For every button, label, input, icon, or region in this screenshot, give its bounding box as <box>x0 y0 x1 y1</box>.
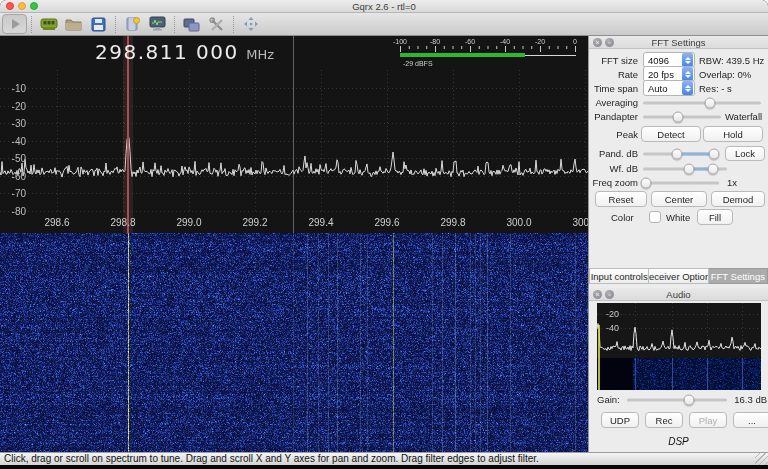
rate-stepper[interactable] <box>682 67 693 81</box>
freq-tick-label: 300.0 <box>506 217 531 228</box>
audio-fft-display[interactable]: -20 -40 <box>597 303 761 390</box>
reset-button[interactable]: Reset <box>595 191 647 207</box>
fft-size-label: FFT size <box>591 55 638 66</box>
fft-settings-dock-header[interactable]: × ▫ FFT Settings <box>589 36 768 49</box>
rate-value: 20 fps <box>644 69 682 80</box>
rec-button[interactable]: Rec <box>645 412 683 428</box>
dsp-options-button[interactable] <box>145 14 170 34</box>
fullscreen-button[interactable] <box>238 14 263 34</box>
color-label: Color <box>611 212 634 223</box>
slider-knob[interactable] <box>707 164 718 175</box>
slider-knob[interactable] <box>641 178 652 189</box>
pand-db-label: Pand. dB <box>591 148 638 159</box>
gain-label: Gain: <box>597 394 620 405</box>
audio-fft-canvas[interactable] <box>597 303 761 390</box>
audio-dock-header[interactable]: × ▫ Audio <box>589 288 768 301</box>
averaging-slider[interactable] <box>643 96 761 110</box>
fft-settings-dock-title: FFT Settings <box>589 37 768 48</box>
meter-tick-label: -20 <box>535 38 545 45</box>
meter-tick-label: -100 <box>393 38 407 45</box>
waterfall-db-range-slider[interactable] <box>643 162 727 176</box>
dbfs-readout: -29 dBFS <box>403 60 433 67</box>
udp-button[interactable]: UDP <box>601 412 639 428</box>
floppy-save-icon <box>91 17 106 32</box>
freq-tick-label: 299.4 <box>308 217 333 228</box>
audio-db-label-40: -40 <box>606 323 619 333</box>
freq-tick-label: 298.6 <box>44 217 69 228</box>
freq-zoom-slider[interactable] <box>643 176 719 190</box>
peak-hold-button[interactable]: Hold <box>703 126 763 142</box>
freq-tick-label: 299.2 <box>242 217 267 228</box>
tuning-cursor[interactable] <box>127 36 129 233</box>
folder-icon <box>65 17 82 31</box>
peak-label: Peak <box>591 129 638 140</box>
pand-db-lock-button[interactable]: Lock <box>725 146 765 161</box>
fft-size-value: 4096 <box>644 55 682 66</box>
freq-tick-label: 299.8 <box>440 217 465 228</box>
meter-tick-label: 0 <box>573 38 577 45</box>
frequency-display[interactable]: 298.811 000 MHz <box>95 40 274 64</box>
dbfs-meter-ticks <box>400 46 576 52</box>
pandapter-waterfall-slider[interactable] <box>643 110 721 124</box>
tools-button[interactable] <box>204 14 229 34</box>
slider-knob[interactable] <box>705 98 716 109</box>
tab-input-controls[interactable]: Input controls <box>589 268 649 284</box>
monitor-waveform-icon <box>149 16 166 32</box>
pan-arrows-icon <box>243 16 259 32</box>
freq-zoom-label: Freq zoom <box>591 177 638 188</box>
waterfall[interactable] <box>0 233 588 452</box>
title-bar[interactable]: Gqrx 2.6 - rtl=0 <box>0 0 768 13</box>
time-span-label: Time span <box>591 83 638 94</box>
slider-knob[interactable] <box>684 164 695 175</box>
dbfs-meter-bar <box>400 53 576 57</box>
freq-tick-label: 299.6 <box>374 217 399 228</box>
save-file-button[interactable] <box>86 14 111 34</box>
status-bar: Click, drag or scroll on spectrum to tun… <box>0 452 768 465</box>
pandapter-split-label: Pandapter <box>591 111 638 122</box>
tab-fft-settings[interactable]: FFT Settings <box>709 268 768 284</box>
meter-tick-label: -40 <box>500 38 510 45</box>
audio-dock: × ▫ Audio -20 -40 Gain: 16.3 dB UDPRecPl… <box>589 288 768 452</box>
db-tick-label: -80 <box>2 206 26 217</box>
start-dsp-button[interactable] <box>2 14 27 34</box>
sdr-device-icon <box>40 17 58 32</box>
toolbar-separator <box>174 16 175 33</box>
slider-knob[interactable] <box>708 149 719 160</box>
time-span-stepper[interactable] <box>682 81 693 95</box>
peak-detect-button[interactable]: Detect <box>641 126 701 142</box>
waterfall-canvas[interactable] <box>0 233 588 452</box>
play-icon <box>8 17 22 31</box>
audio-db-label-20: -20 <box>606 309 619 319</box>
pandapter-spectrum[interactable]: -10-20-30-40-50-60-70-80 298.6298.8299.0… <box>0 36 588 233</box>
gqrx-window: Gqrx 2.6 - rtl=0 <box>0 0 768 469</box>
res-info: Res: - s <box>699 83 732 94</box>
slider-knob[interactable] <box>673 112 684 123</box>
frequency-unit: MHz <box>246 47 274 62</box>
slider-knob[interactable] <box>684 395 695 406</box>
fft-size-stepper[interactable] <box>682 53 693 67</box>
db-tick-label: -50 <box>2 153 26 164</box>
center-frequency-marker <box>293 36 294 233</box>
white-checkbox[interactable] <box>649 211 661 223</box>
demod-button[interactable]: Demod <box>711 191 765 207</box>
more-button[interactable]: ... <box>733 412 768 428</box>
toolbar <box>0 13 768 36</box>
waterfall-label: Waterfall <box>725 111 762 122</box>
configure-io-devices-button[interactable] <box>36 14 61 34</box>
db-tick-label: -70 <box>2 188 26 199</box>
averaging-label: Averaging <box>591 97 638 108</box>
center-button[interactable]: Center <box>651 191 707 207</box>
dbfs-meter: -100-80-60-40-200 -29 dBFS <box>400 38 578 70</box>
fill-button[interactable]: Fill <box>697 209 733 225</box>
time-span-spinbox[interactable]: Auto <box>643 80 695 96</box>
pandapter-db-range-slider[interactable] <box>643 147 719 161</box>
frequency-value[interactable]: 298.811 000 <box>95 40 239 64</box>
audio-gain-slider[interactable] <box>627 393 727 407</box>
open-file-button[interactable] <box>61 14 86 34</box>
bookmarks-button[interactable] <box>120 14 145 34</box>
remote-control-button[interactable] <box>179 14 204 34</box>
db-tick-label: -30 <box>2 118 26 129</box>
window-title: Gqrx 2.6 - rtl=0 <box>0 1 768 12</box>
tab-receiver-options[interactable]: Receiver Options <box>649 268 708 284</box>
slider-knob[interactable] <box>672 149 683 160</box>
